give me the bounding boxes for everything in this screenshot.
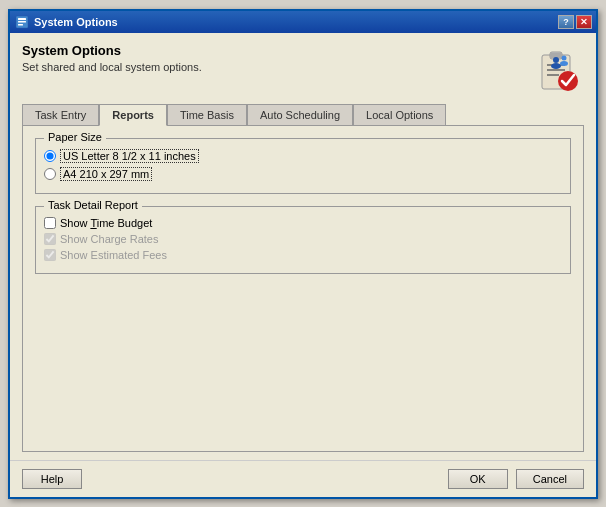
footer: Help OK Cancel	[10, 460, 596, 497]
title-bar-left: System Options	[14, 14, 118, 30]
show-estimated-fees-label: Show Estimated Fees	[60, 249, 167, 261]
checkbox-show-time-budget: Show Time Budget	[44, 217, 562, 229]
show-time-budget-label: Show Time Budget	[60, 217, 152, 229]
svg-point-11	[553, 57, 559, 63]
cancel-button[interactable]: Cancel	[516, 469, 584, 489]
page-title: System Options	[22, 43, 202, 58]
help-button[interactable]: Help	[22, 469, 82, 489]
header-icon	[532, 43, 584, 95]
tab-panel-reports: Paper Size US Letter 8 1/2 x 11 inches A…	[22, 125, 584, 452]
checkbox-show-estimated-fees: Show Estimated Fees	[44, 249, 562, 261]
titlebar-close-button[interactable]: ✕	[576, 15, 592, 29]
svg-point-12	[551, 63, 561, 69]
tab-task-entry[interactable]: Task Entry	[22, 104, 99, 126]
page-subtitle: Set shared and local system options.	[22, 61, 202, 73]
svg-rect-1	[18, 18, 26, 20]
radio-us-letter-label: US Letter 8 1/2 x 11 inches	[60, 149, 199, 163]
app-icon	[14, 14, 30, 30]
paper-size-label: Paper Size	[44, 131, 106, 143]
checkbox-show-charge-rates: Show Charge Rates	[44, 233, 562, 245]
title-bar: System Options ? ✕	[10, 11, 596, 33]
task-detail-options: Show Time Budget Show Charge Rates Show …	[44, 217, 562, 261]
radio-a4-input[interactable]	[44, 168, 56, 180]
titlebar-help-button[interactable]: ?	[558, 15, 574, 29]
main-content: System Options Set shared and local syst…	[10, 33, 596, 460]
show-estimated-fees-checkbox[interactable]	[44, 249, 56, 261]
tab-reports[interactable]: Reports	[99, 104, 167, 126]
tab-auto-scheduling[interactable]: Auto Scheduling	[247, 104, 353, 126]
show-time-budget-checkbox[interactable]	[44, 217, 56, 229]
paper-size-options: US Letter 8 1/2 x 11 inches A4 210 x 297…	[44, 149, 562, 181]
svg-point-13	[562, 55, 567, 60]
header-section: System Options Set shared and local syst…	[22, 43, 584, 95]
tab-local-options[interactable]: Local Options	[353, 104, 446, 126]
show-charge-rates-label: Show Charge Rates	[60, 233, 158, 245]
svg-rect-2	[18, 21, 26, 23]
radio-a4-label: A4 210 x 297 mm	[60, 167, 152, 181]
ok-button[interactable]: OK	[448, 469, 508, 489]
show-charge-rates-checkbox[interactable]	[44, 233, 56, 245]
title-bar-buttons: ? ✕	[558, 15, 592, 29]
paper-size-group: Paper Size US Letter 8 1/2 x 11 inches A…	[35, 138, 571, 194]
task-detail-group: Task Detail Report Show Time Budget Show…	[35, 206, 571, 274]
tabs-container: Task Entry Reports Time Basis Auto Sched…	[22, 103, 584, 125]
tab-time-basis[interactable]: Time Basis	[167, 104, 247, 126]
radio-us-letter-input[interactable]	[44, 150, 56, 162]
task-detail-label: Task Detail Report	[44, 199, 142, 211]
header-text: System Options Set shared and local syst…	[22, 43, 202, 73]
system-options-window: System Options ? ✕ System Options Set sh…	[8, 9, 598, 499]
title-bar-text: System Options	[34, 16, 118, 28]
svg-point-14	[560, 61, 568, 66]
footer-right: OK Cancel	[448, 469, 584, 489]
radio-us-letter: US Letter 8 1/2 x 11 inches	[44, 149, 562, 163]
radio-a4: A4 210 x 297 mm	[44, 167, 562, 181]
svg-rect-3	[18, 24, 23, 26]
